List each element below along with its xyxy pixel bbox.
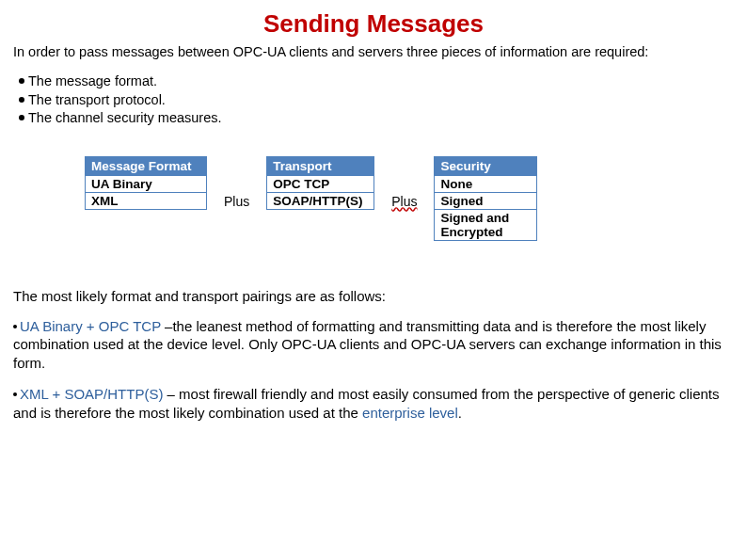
pairing-paragraph: UA Binary + OPC TCP –the leanest method … <box>13 317 736 373</box>
table-header: Message Format <box>86 156 207 175</box>
table-cell: OPC TCP <box>267 175 374 192</box>
table-header: Transport <box>267 156 374 175</box>
list-item: The channel security measures. <box>19 109 736 128</box>
pair-tail-end: . <box>458 405 462 421</box>
transport-table: Transport OPC TCP SOAP/HTTP(S) <box>266 156 374 210</box>
table-cell: XML <box>86 192 207 209</box>
list-item: The message format. <box>19 72 736 91</box>
bullet-icon <box>19 97 24 103</box>
table-cell: Signed <box>435 192 537 209</box>
pair-tail-highlight: enterprise level <box>362 405 458 421</box>
list-item: The transport protocol. <box>19 91 736 110</box>
pairing-paragraph: XML + SOAP/HTTP(S) – most firewall frien… <box>13 385 736 422</box>
table-cell: Signed and Encrypted <box>435 209 537 240</box>
intro-paragraph: In order to pass messages between OPC-UA… <box>13 44 736 59</box>
pair-lead: XML + SOAP/HTTP(S) <box>20 386 163 402</box>
pair-lead: UA Binary + OPC TCP <box>20 318 161 334</box>
bullet-icon <box>19 78 24 84</box>
plus-label: Plus <box>224 194 249 209</box>
list-item-label: The message format. <box>28 73 157 88</box>
page-title: Sending Messages <box>11 9 736 39</box>
table-cell: SOAP/HTTP(S) <box>267 192 374 209</box>
plus-label: Plus <box>391 194 417 209</box>
list-item-label: The channel security measures. <box>28 110 222 125</box>
table-cell: UA Binary <box>86 175 207 192</box>
pairings-intro: The most likely format and transport pai… <box>13 288 736 304</box>
tables-row: Message Format UA Binary XML Plus Transp… <box>85 156 736 241</box>
bullet-icon <box>13 325 17 328</box>
bullet-icon <box>19 115 24 120</box>
message-format-table: Message Format UA Binary XML <box>85 156 207 210</box>
bullet-list: The message format. The transport protoc… <box>19 72 736 128</box>
bullet-icon <box>13 392 17 396</box>
list-item-label: The transport protocol. <box>28 92 166 107</box>
table-cell: None <box>435 175 537 192</box>
table-header: Security <box>435 156 537 175</box>
security-table: Security None Signed Signed and Encrypte… <box>434 156 537 241</box>
